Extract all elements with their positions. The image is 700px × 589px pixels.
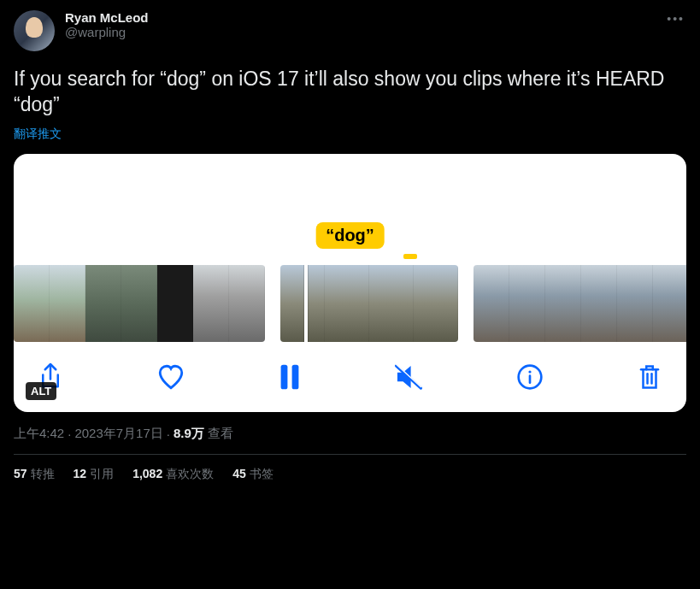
heart-icon[interactable] [156,363,185,391]
svg-rect-0 [281,364,288,389]
info-icon[interactable] [516,363,544,391]
frame [229,265,265,342]
tweet: Ryan McLeod @warpling ••• If you search … [0,0,700,492]
tweet-media[interactable]: “dog” [14,154,686,412]
trash-icon[interactable] [637,362,662,392]
quotes-count: 12 [74,467,87,480]
alt-badge[interactable]: ALT [26,382,56,400]
mute-icon[interactable] [394,363,423,391]
meta-sep: · [167,427,170,441]
frame [474,265,509,342]
tweet-body: If you search for “dog” on iOS 17 it’ll … [14,67,686,118]
retweets-count: 57 [14,467,27,480]
retweets-label: 转推 [31,467,55,480]
meta-sep: · [68,427,71,441]
frame [157,265,193,342]
retweets-stat[interactable]: 57转推 [14,467,55,482]
caption-pill: “dog” [315,222,385,249]
playhead[interactable] [304,265,308,342]
quotes-stat[interactable]: 12引用 [74,467,115,482]
frame [50,265,85,342]
frame [121,265,157,342]
clip-group-1 [14,265,265,342]
tweet-header: Ryan McLeod @warpling [14,10,686,51]
likes-stat[interactable]: 1,082喜欢次数 [132,467,214,482]
avatar[interactable] [14,10,55,51]
bookmarks-stat[interactable]: 45书签 [232,467,274,482]
translate-link[interactable]: 翻译推文 [14,127,686,142]
scrub-marker [403,254,417,259]
clip-group-2 [280,265,458,342]
frame [509,265,545,342]
likes-label: 喜欢次数 [166,467,214,480]
frame [85,265,121,342]
divider [14,454,686,455]
pause-icon[interactable] [279,363,301,391]
frame [581,265,617,342]
frame [369,265,414,342]
author-names[interactable]: Ryan McLeod @warpling [65,10,149,39]
meta-time[interactable]: 上午4:42 [14,426,64,442]
tweet-meta: 上午4:42 · 2023年7月17日 · 8.9万 查看 [14,426,686,442]
meta-date[interactable]: 2023年7月17日 [74,426,162,442]
display-name: Ryan McLeod [65,10,149,25]
media-inner: “dog” [14,154,686,412]
frame [280,265,325,342]
tweet-stats: 57转推 12引用 1,082喜欢次数 45书签 [14,467,686,482]
handle: @warpling [65,25,149,39]
likes-count: 1,082 [132,467,162,480]
more-menu-icon[interactable]: ••• [667,12,685,26]
quotes-label: 引用 [90,467,114,480]
svg-rect-1 [292,364,299,389]
frame [545,265,581,342]
video-toolbar [14,347,686,412]
svg-point-3 [528,370,531,373]
frame [193,265,229,342]
views-label: 查看 [208,426,233,442]
frame [617,265,653,342]
bookmarks-label: 书签 [250,467,274,480]
frame [14,265,50,342]
clip-group-3 [474,265,686,342]
bookmarks-count: 45 [232,467,246,480]
frame [653,265,686,342]
frame [414,265,458,342]
views-count: 8.9万 [174,426,204,442]
frame [325,265,369,342]
